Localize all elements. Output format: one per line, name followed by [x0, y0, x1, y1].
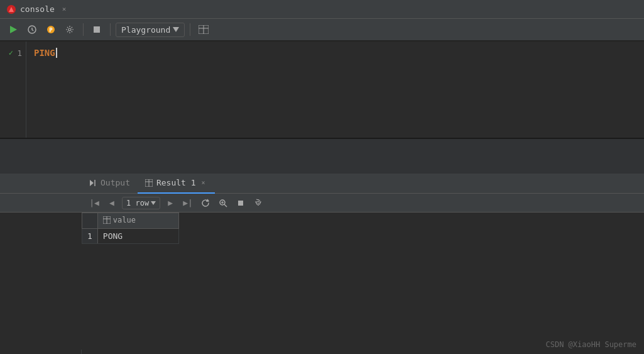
watermark-text: CSDN @XiaoHH Superme: [546, 340, 637, 349]
playground-dropdown[interactable]: Playground: [116, 23, 185, 37]
pin-button[interactable]: [251, 196, 266, 211]
app-icon: [6, 4, 16, 14]
window-title: console: [20, 4, 55, 14]
svg-point-6: [68, 28, 71, 31]
zoom-button[interactable]: [216, 196, 231, 211]
title-bar: console ×: [0, 0, 644, 19]
bottom-section: Output Result 1 × |◀ ◀ 1 row: [0, 174, 644, 354]
refresh-button[interactable]: [198, 196, 213, 211]
svg-marker-8: [173, 27, 179, 32]
line-numbers: ✓ 1: [0, 41, 26, 138]
text-cursor: [56, 48, 57, 58]
line-number: 1: [16, 48, 22, 58]
row-number-header: [82, 213, 98, 229]
result-tabs: Output Result 1 ×: [0, 174, 644, 194]
svg-rect-22: [238, 201, 243, 206]
history-button[interactable]: [24, 21, 40, 38]
row-number-cell: 1: [82, 229, 98, 244]
column-header-label: value: [113, 216, 136, 224]
editor-text-area[interactable]: PING: [26, 41, 644, 138]
panel-separator: [0, 139, 644, 174]
svg-marker-12: [90, 180, 94, 186]
run-button[interactable]: [5, 21, 21, 38]
results-section: Output Result 1 × |◀ ◀ 1 row: [0, 174, 644, 354]
result-table-container: value 1 PONG: [0, 213, 644, 244]
code-text: PING: [34, 48, 55, 58]
left-sidebar: [0, 350, 82, 354]
value-column-header: value: [97, 213, 178, 229]
profile-button[interactable]: P: [43, 21, 59, 38]
line-1-indicator: ✓ 1: [0, 47, 26, 59]
toolbar-separator: [83, 23, 84, 36]
window-close-button[interactable]: ×: [60, 4, 69, 14]
table-view-button[interactable]: [195, 21, 212, 38]
output-tab-label: Output: [101, 178, 130, 187]
result1-tab[interactable]: Result 1 ×: [138, 174, 215, 194]
toolbar-separator-3: [190, 23, 190, 36]
app-window: console × P: [0, 0, 644, 354]
result1-tab-label: Result 1: [156, 178, 196, 187]
next-page-button[interactable]: ▶: [163, 196, 178, 211]
watermark: CSDN @XiaoHH Superme: [546, 340, 637, 349]
first-page-button[interactable]: |◀: [87, 196, 102, 211]
toolbar-separator-2: [110, 23, 111, 36]
svg-line-19: [224, 204, 227, 207]
stop-results-button[interactable]: [233, 196, 248, 211]
result-table: value 1 PONG: [82, 213, 179, 244]
rows-dropdown[interactable]: 1 row: [122, 197, 160, 209]
settings-button[interactable]: [62, 21, 78, 38]
output-tab[interactable]: Output: [82, 174, 138, 194]
results-toolbar: |◀ ◀ 1 row ▶ ▶|: [0, 194, 644, 213]
table-row: 1 PONG: [82, 229, 179, 244]
svg-marker-17: [151, 201, 156, 205]
code-editor[interactable]: ✓ 1 PING: [0, 41, 644, 139]
result1-tab-close[interactable]: ×: [200, 179, 207, 187]
svg-marker-2: [10, 26, 17, 33]
svg-text:P: P: [49, 27, 53, 33]
last-page-button[interactable]: ▶|: [180, 196, 195, 211]
line-check-icon: ✓: [9, 48, 13, 57]
svg-rect-7: [94, 26, 100, 33]
pong-value-cell: PONG: [97, 229, 178, 244]
prev-page-button[interactable]: ◀: [104, 196, 119, 211]
rows-count: 1 row: [126, 199, 149, 207]
stop-button[interactable]: [89, 21, 105, 38]
main-toolbar: P Playground: [0, 19, 644, 41]
code-line-1: PING: [34, 47, 636, 59]
playground-label: Playground: [121, 25, 170, 35]
